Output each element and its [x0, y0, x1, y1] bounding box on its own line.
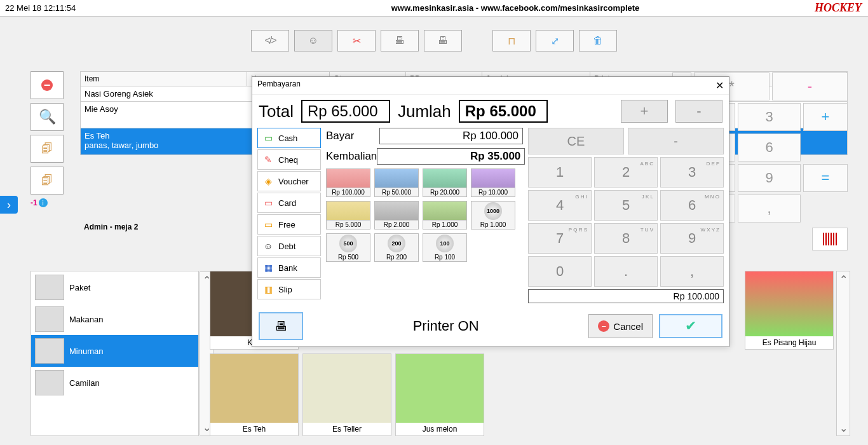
np-plus[interactable]: +	[803, 103, 848, 131]
code-button[interactable]: </>	[251, 30, 289, 51]
category-item[interactable]: Camilan	[31, 367, 198, 399]
cancel-icon: −	[598, 320, 609, 332]
paytab-cash[interactable]: ▭Cash	[257, 128, 321, 148]
denom-50k[interactable]: Rp 50.000	[374, 168, 419, 197]
scroll-down-icon[interactable]: ⌄	[837, 420, 850, 435]
cut-button[interactable]: ✂	[337, 30, 376, 51]
col-item: Item	[81, 72, 247, 86]
numkey-1[interactable]: 1	[528, 157, 592, 188]
qty-minus-button[interactable]: -	[675, 100, 722, 123]
side-expand-button[interactable]: ›	[0, 196, 18, 214]
modal-title: Pembayaran	[257, 79, 301, 92]
numkey-5[interactable]: 5J K L	[594, 190, 658, 221]
denom-100k[interactable]: Rp 100.000	[326, 168, 370, 197]
category-thumb	[35, 275, 64, 300]
paytab-voucher[interactable]: ◈Voucher	[257, 171, 321, 191]
numpad-minus[interactable]: -	[628, 128, 724, 154]
modal-numpad: 1 2A B C 3D E F 4G H I 5J K L 6M N O 7P …	[528, 157, 724, 287]
product-tile[interactable]: Es Pisang Hijau	[745, 271, 834, 350]
debt-icon: ☺	[262, 241, 275, 251]
numkey-0[interactable]: 0	[528, 256, 592, 287]
numkey-4[interactable]: 4G H I	[528, 190, 592, 221]
denom-1k-bill[interactable]: Rp 1.000	[423, 201, 467, 229]
numkey-6[interactable]: 6M N O	[660, 190, 724, 221]
close-icon[interactable]: ✕	[715, 79, 724, 92]
denom-2k[interactable]: Rp 2.000	[374, 201, 419, 229]
category-item[interactable]: Paket	[31, 271, 198, 303]
product-scrollbar[interactable]: ⌃ ⌄	[836, 271, 850, 436]
trash-button[interactable]: 🗑	[579, 30, 617, 51]
barcode-button[interactable]	[812, 228, 848, 250]
numpad-display: Rp 100.000	[528, 289, 724, 303]
denom-1k-coin[interactable]: 1000Rp 1.000	[471, 201, 515, 229]
np-9[interactable]: 9	[738, 164, 801, 192]
numkey-8[interactable]: 8T U V	[594, 223, 658, 254]
np-equals[interactable]: =	[803, 164, 848, 192]
kembalian-output	[377, 148, 525, 165]
jumlah-label: Jumlah	[398, 102, 451, 121]
bayar-label: Bayar	[326, 130, 379, 142]
category-item[interactable]: Makanan	[31, 303, 198, 335]
paytab-free[interactable]: ▭Free	[257, 214, 321, 235]
category-thumb	[35, 370, 64, 395]
paytab-debt[interactable]: ☺Debt	[257, 236, 321, 256]
receipt2-button[interactable]: 🖶	[424, 30, 462, 51]
paytab-bank[interactable]: ▦Bank	[257, 257, 321, 278]
cancel-button[interactable]: − Cancel	[588, 314, 653, 338]
user-button[interactable]: ☺	[294, 30, 332, 51]
table-button[interactable]: ⊓	[492, 30, 531, 51]
denom-200[interactable]: 200Rp 200	[374, 233, 419, 262]
product-tile[interactable]: Es Teller	[302, 353, 391, 436]
numkey-dot[interactable]: .	[594, 256, 658, 287]
product-tile[interactable]: Jus melon	[395, 353, 484, 436]
left-rail: − 🔍 🗐 🗐 -1 i	[31, 71, 69, 207]
receipt1-button[interactable]: 🖶	[381, 30, 419, 51]
scroll-up-icon[interactable]: ⌃	[837, 271, 850, 287]
card-icon: ▭	[262, 198, 275, 208]
qty-plus-button[interactable]: +	[621, 100, 668, 123]
numkey-2[interactable]: 2A B C	[594, 157, 658, 188]
admin-table-label: Admin - meja 2	[84, 222, 138, 231]
paytab-cheq[interactable]: ✎Cheq	[257, 149, 321, 170]
bank-icon: ▦	[262, 263, 275, 273]
paytab-slip[interactable]: ▥Slip	[257, 279, 321, 299]
voucher-icon: ◈	[262, 176, 275, 186]
category-item-selected[interactable]: Minuman	[31, 335, 198, 367]
denom-500[interactable]: 500Rp 500	[326, 233, 370, 262]
denom-10k[interactable]: Rp 10.000	[471, 168, 515, 197]
denom-100[interactable]: 100Rp 100	[423, 233, 467, 262]
total-label: Total	[259, 102, 294, 121]
np-3[interactable]: 3	[738, 103, 801, 131]
paytab-card[interactable]: ▭Card	[257, 193, 321, 213]
titlebar: 22 Mei 18 12:11:54 www.mesinkasir.asia -…	[0, 0, 868, 17]
cheque-icon: ✎	[262, 154, 275, 165]
expand-button[interactable]: ⤢	[536, 30, 574, 51]
search-button[interactable]: 🔍	[31, 103, 64, 131]
numkey-comma[interactable]: ,	[660, 256, 724, 287]
kembalian-label: Kembalian	[326, 150, 377, 163]
brand-logo: HOCKEY	[815, 1, 868, 15]
printer-status: Printer ON	[309, 318, 582, 334]
payment-modal: Pembayaran ✕ Total Rp 65.000 Jumlah Rp 6…	[252, 76, 729, 347]
product-tile[interactable]: Es Teh	[210, 353, 299, 436]
np-comma[interactable]: ,	[738, 195, 801, 222]
category-thumb	[35, 306, 64, 332]
denom-5k[interactable]: Rp 5.000	[326, 201, 370, 229]
remove-line-button[interactable]: −	[31, 71, 64, 99]
numkey-7[interactable]: 7P Q R S	[528, 223, 592, 254]
main-toolbar: </> ☺ ✂ 🖶 🖶 ⊓ ⤢ 🗑	[0, 17, 868, 65]
numkey-9[interactable]: 9W X Y Z	[660, 223, 724, 254]
denomination-grid: Rp 100.000 Rp 50.000 Rp 20.000 Rp 10.000…	[326, 168, 523, 262]
copy2-button[interactable]: 🗐	[31, 167, 64, 195]
numkey-3[interactable]: 3D E F	[660, 157, 724, 188]
confirm-button[interactable]: ✔	[659, 314, 722, 338]
bayar-input[interactable]	[379, 128, 523, 144]
printer-toggle-button[interactable]: 🖶	[259, 312, 303, 340]
total-value: Rp 65.000	[301, 100, 390, 123]
jumlah-value: Rp 65.000	[459, 100, 548, 123]
np-minus[interactable]: -	[772, 72, 848, 100]
copy1-button[interactable]: 🗐	[31, 135, 64, 163]
numpad-ce[interactable]: CE	[528, 128, 624, 154]
denom-20k[interactable]: Rp 20.000	[423, 168, 467, 197]
np-6[interactable]: 6	[738, 134, 801, 161]
